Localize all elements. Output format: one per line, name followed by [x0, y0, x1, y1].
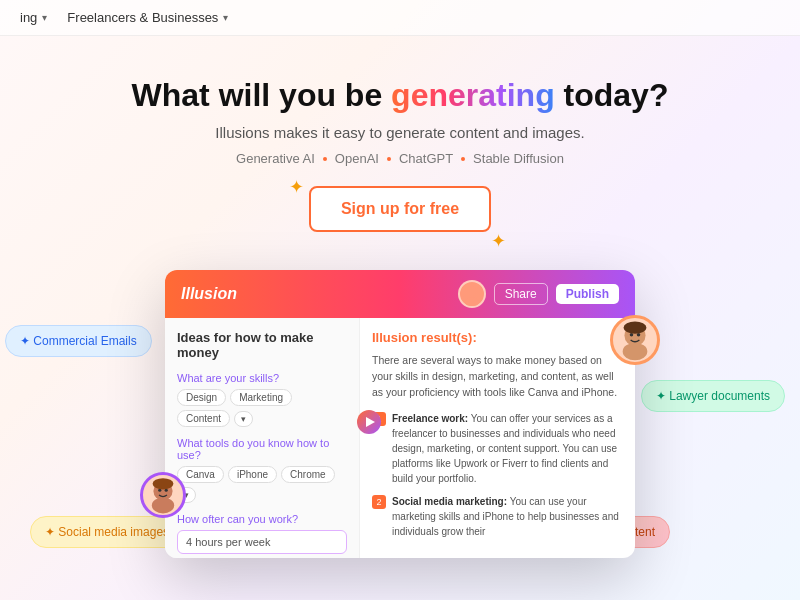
app-body: Ideas for how to make money What are you… [165, 318, 635, 558]
signup-button[interactable]: Sign up for free [309, 186, 491, 232]
tool-chrome: Chrome [281, 466, 335, 483]
svg-point-9 [624, 322, 647, 334]
app-mockup: Illusion Share Publish Ideas for how to … [165, 270, 635, 558]
app-header: Illusion Share Publish [165, 270, 635, 318]
tag-generative: Generative AI [236, 151, 315, 166]
panel-title: Ideas for how to make money [177, 330, 347, 360]
publish-button[interactable]: Publish [556, 284, 619, 304]
badge-social[interactable]: ✦ Social media images [30, 516, 184, 548]
app-avatar [458, 280, 486, 308]
content-area: ✦ Commercial Emails ✦ Lawyer documents ✦… [0, 270, 800, 558]
skills-dropdown[interactable]: ▾ [234, 411, 253, 427]
result-item-2: 2 Social media marketing: You can use yo… [372, 494, 623, 539]
hero-tags: Generative AI OpenAI ChatGPT Stable Diff… [20, 151, 780, 166]
hero-title-highlight: generating [391, 77, 555, 113]
result-label-2: Social media marketing: [392, 496, 507, 507]
nav-chevron-1: ▾ [42, 12, 47, 23]
result-title: Illusion result(s): [372, 330, 623, 345]
hero-title-end: today? [555, 77, 669, 113]
result-num-2: 2 [372, 495, 386, 509]
nav-label-1: ing [20, 10, 37, 25]
skill-design: Design [177, 389, 226, 406]
result-text-1: Freelance work: You can offer your servi… [392, 411, 623, 486]
dot-1 [323, 157, 327, 161]
sparkle-top-left: ✦ [289, 176, 304, 198]
svg-point-1 [152, 498, 174, 514]
nav-item-1[interactable]: ing ▾ [20, 10, 47, 25]
skill-content: Content [177, 410, 230, 427]
nav-label-freelancers: Freelancers & Businesses [67, 10, 218, 25]
hours-input[interactable] [177, 530, 347, 554]
tools-tags: Canva iPhone Chrome ▾ [177, 466, 347, 503]
right-panel: Illusion result(s): There are several wa… [360, 318, 635, 558]
tag-chatgpt: ChatGPT [399, 151, 453, 166]
skills-tags: Design Marketing Content ▾ [177, 389, 347, 427]
tag-stable: Stable Diffusion [473, 151, 564, 166]
field3-label: How ofter can you work? [177, 513, 347, 525]
result-text-2: Social media marketing: You can use your… [392, 494, 623, 539]
result-intro: There are several ways to make money bas… [372, 353, 623, 400]
svg-point-10 [467, 286, 477, 296]
field1-label: What are your skills? [177, 372, 347, 384]
result-label-1: Freelance work: [392, 413, 468, 424]
badge-commercial[interactable]: ✦ Commercial Emails [5, 325, 152, 357]
result-item-1: 1 Freelance work: You can offer your ser… [372, 411, 623, 486]
hero-title: What will you be generating today? [20, 76, 780, 114]
field2-label: What tools do you know how to use? [177, 437, 347, 461]
svg-point-6 [623, 343, 648, 361]
share-button[interactable]: Share [494, 283, 548, 305]
nav-item-freelancers[interactable]: Freelancers & Businesses ▾ [67, 10, 228, 25]
hero-section: What will you be generating today? Illus… [0, 36, 800, 260]
tool-canva: Canva [177, 466, 224, 483]
sparkle-bottom-right: ✦ [491, 230, 506, 252]
hero-title-start: What will you be [132, 77, 392, 113]
app-logo: Illusion [181, 285, 237, 303]
dot-2 [387, 157, 391, 161]
dot-3 [461, 157, 465, 161]
svg-point-11 [465, 297, 479, 306]
badge-lawyer[interactable]: ✦ Lawyer documents [641, 380, 785, 412]
nav-chevron-2: ▾ [223, 12, 228, 23]
skill-marketing: Marketing [230, 389, 292, 406]
svg-point-4 [153, 479, 174, 490]
hero-subtitle: Illusions makes it easy to generate cont… [20, 124, 780, 141]
left-panel: Ideas for how to make money What are you… [165, 318, 360, 558]
avatar-right [610, 315, 660, 365]
play-icon [366, 417, 375, 427]
tag-openai: OpenAI [335, 151, 379, 166]
navbar: ing ▾ Freelancers & Businesses ▾ [0, 0, 800, 36]
app-header-right: Share Publish [458, 280, 619, 308]
tool-iphone: iPhone [228, 466, 277, 483]
